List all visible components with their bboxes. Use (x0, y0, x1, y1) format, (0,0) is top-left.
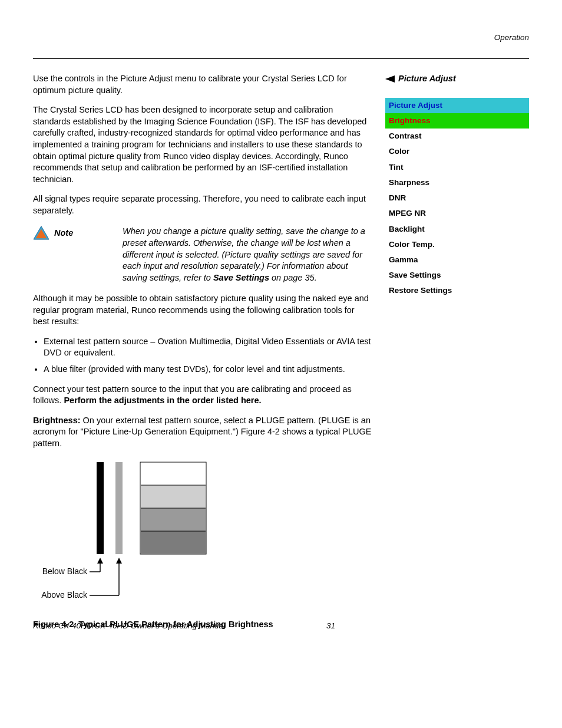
paragraph: Connect your test pattern source to the … (33, 384, 372, 407)
svg-rect-6 (141, 485, 206, 508)
below-black-label: Below Black (42, 566, 88, 576)
menu-item: MPEG NR (385, 206, 529, 221)
paragraph: Although it may be possible to obtain sa… (33, 293, 372, 328)
main-column: Use the controls in the Picture Adjust m… (33, 73, 372, 638)
paragraph: Use the controls in the Picture Adjust m… (33, 73, 372, 96)
menu-item: Backlight (385, 222, 529, 237)
text-bold: Perform the adjustments in the order lis… (64, 396, 261, 405)
paragraph: The Crystal Series LCD has been designed… (33, 104, 372, 185)
text-part: On your external test pattern source, se… (33, 416, 371, 448)
divider (33, 58, 529, 59)
footer-page-number: 31 (326, 621, 335, 631)
svg-marker-18 (385, 75, 395, 83)
menu-box: Picture Adjust Brightness Contrast Color… (385, 98, 529, 299)
note-label: Note (54, 228, 73, 239)
menu-item: Contrast (385, 129, 529, 144)
paragraph: All signal types require separate proces… (33, 193, 372, 216)
menu-item: Color (385, 144, 529, 159)
svg-rect-8 (141, 531, 206, 554)
footer-title: Runco CX-40HD/CX-46HD Owner's Operating … (33, 621, 529, 631)
list-item: A blue filter (provided with many test D… (44, 364, 372, 375)
svg-rect-3 (115, 462, 123, 554)
footer: Runco CX-40HD/CX-46HD Owner's Operating … (33, 621, 529, 631)
svg-rect-7 (141, 508, 206, 531)
svg-marker-12 (97, 558, 103, 564)
svg-rect-2 (97, 462, 104, 554)
sidebar-title-text: Picture Adjust (398, 73, 456, 85)
menu-item: Sharpness (385, 175, 529, 190)
svg-marker-15 (116, 558, 122, 564)
paragraph: Brightness: On your external test patter… (33, 415, 372, 450)
menu-header: Picture Adjust (385, 98, 529, 113)
note-text-part: on page 35. (269, 273, 317, 282)
bullet-list: External test pattern source – Ovation M… (33, 336, 372, 375)
note-text: When you change a picture quality settin… (123, 226, 372, 284)
warning-icon (33, 226, 49, 240)
figure: Below Black Above Black Figure 4-2. Typi… (33, 459, 372, 630)
menu-item: DNR (385, 190, 529, 206)
brightness-lead: Brightness: (33, 416, 83, 425)
sidebar: Picture Adjust Picture Adjust Brightness… (385, 73, 529, 638)
menu-item: Save Settings (385, 268, 529, 283)
menu-item: Tint (385, 160, 529, 175)
menu-item-highlighted: Brightness (385, 113, 529, 129)
above-black-label: Above Black (41, 590, 88, 599)
sidebar-title: Picture Adjust (385, 73, 529, 85)
svg-rect-5 (141, 463, 206, 485)
note-text-bold: Save Settings (213, 273, 269, 282)
list-item: External test pattern source – Ovation M… (44, 336, 372, 359)
pluge-pattern-icon: Below Black Above Black (33, 459, 210, 606)
menu-item: Restore Settings (385, 283, 529, 298)
section-header: Operation (33, 32, 529, 43)
note-block: Note When you change a picture quality s… (33, 226, 372, 284)
arrow-left-icon (385, 75, 395, 83)
menu-item: Color Temp. (385, 237, 529, 252)
menu-item: Gamma (385, 252, 529, 268)
